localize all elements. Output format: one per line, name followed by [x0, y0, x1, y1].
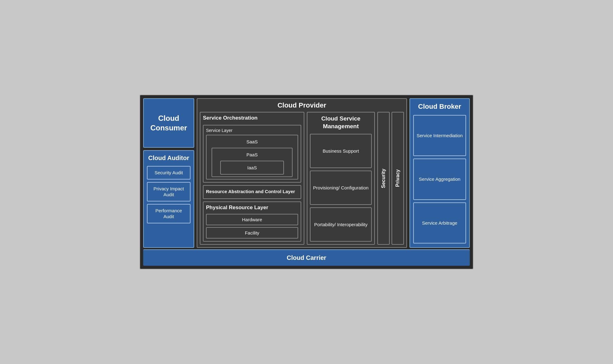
resource-abstraction-box: Resource Abstraction and Control Layer: [203, 185, 301, 199]
cloud-broker-section: Cloud Broker Service Intermediation Serv…: [409, 98, 470, 248]
cloud-auditor-section: Cloud Auditor Security Audit Privacy Imp…: [143, 150, 194, 248]
csm-title: Cloud Service Management: [310, 115, 372, 130]
business-support-label: Business Support: [323, 148, 359, 154]
cloud-auditor-title: Cloud Auditor: [147, 154, 191, 162]
main-row: Cloud Consumer Cloud Auditor Security Au…: [140, 95, 473, 249]
provisioning-box: Provisioning/ Configuration: [310, 171, 372, 205]
privacy-bar: Privacy: [392, 112, 404, 245]
cloud-consumer-title: Cloud Consumer: [147, 113, 191, 133]
service-orchestration: Service Orchestration Service Layer SaaS…: [200, 112, 304, 245]
outer-frame: Cloud Consumer Cloud Auditor Security Au…: [139, 95, 474, 269]
provider-inner: Service Orchestration Service Layer SaaS…: [200, 112, 404, 245]
service-aggregation-box: Service Aggregation: [413, 159, 466, 200]
facility-box: Facility: [206, 227, 298, 239]
saas-wrap: SaaS PaaS IaaS: [206, 135, 298, 180]
cloud-broker-title: Cloud Broker: [413, 103, 466, 111]
service-layer-title: Service Layer: [206, 128, 298, 133]
security-audit-box: Security Audit: [147, 166, 191, 180]
physical-resource-box: Physical Resource Layer Hardware Facilit…: [203, 201, 301, 242]
portability-box: Portability/ Interoperability: [310, 207, 372, 242]
paas-wrap: PaaS IaaS: [212, 148, 293, 177]
security-bar: Security: [377, 112, 390, 245]
physical-resource-title: Physical Resource Layer: [206, 205, 298, 211]
performance-audit-label: Performance Audit: [156, 208, 182, 219]
service-layer-box: Service Layer SaaS PaaS IaaS: [203, 125, 301, 183]
facility-label: Facility: [245, 230, 259, 235]
provisioning-label: Provisioning/ Configuration: [313, 185, 368, 191]
vertical-bars: Security Privacy: [377, 112, 404, 245]
cloud-carrier-bar: Cloud Carrier: [143, 249, 470, 266]
service-arbitrage-box: Service Arbitrage: [413, 202, 466, 243]
cloud-provider-section: Cloud Provider Service Orchestration Ser…: [197, 98, 407, 248]
iaas-label: IaaS: [223, 163, 281, 172]
cloud-provider-title: Cloud Provider: [200, 101, 404, 109]
service-aggregation-label: Service Aggregation: [419, 176, 460, 182]
hardware-box: Hardware: [206, 214, 298, 225]
performance-audit-box: Performance Audit: [147, 204, 191, 223]
service-intermediation-label: Service Intermediation: [417, 133, 463, 139]
diagram-wrapper: Cloud Consumer Cloud Auditor Security Au…: [136, 91, 477, 273]
service-intermediation-box: Service Intermediation: [413, 115, 466, 156]
saas-label: SaaS: [208, 137, 296, 146]
hardware-label: Hardware: [242, 217, 262, 222]
iaas-wrap: IaaS: [220, 161, 284, 175]
privacy-impact-audit-label: Privacy Impact Audit: [153, 186, 184, 197]
left-column: Cloud Consumer Cloud Auditor Security Au…: [143, 98, 194, 248]
portability-label: Portability/ Interoperability: [314, 222, 368, 228]
privacy-label: Privacy: [395, 170, 401, 187]
resource-abstraction-title: Resource Abstraction and Control Layer: [206, 189, 298, 194]
cloud-carrier-title: Cloud Carrier: [287, 254, 326, 261]
paas-label: PaaS: [214, 150, 290, 159]
cloud-service-management: Cloud Service Management Business Suppor…: [307, 112, 375, 245]
security-audit-label: Security Audit: [155, 170, 183, 175]
security-label: Security: [381, 168, 386, 188]
service-arbitrage-label: Service Arbitrage: [422, 220, 457, 226]
business-support-box: Business Support: [310, 134, 372, 168]
service-orchestration-title: Service Orchestration: [203, 115, 301, 121]
privacy-impact-audit-box: Privacy Impact Audit: [147, 182, 191, 201]
cloud-consumer-box: Cloud Consumer: [143, 98, 194, 148]
